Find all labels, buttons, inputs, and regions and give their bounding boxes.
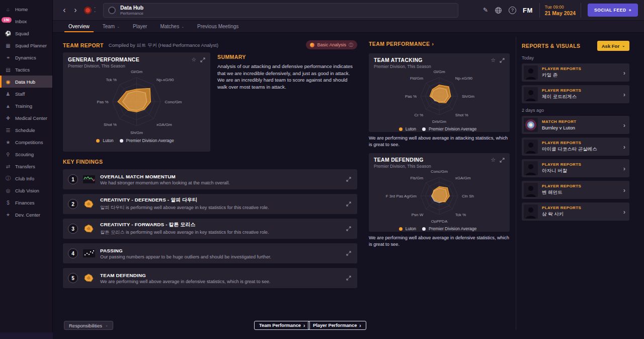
- sidebar-item-staff[interactable]: ♟Staff: [0, 88, 52, 100]
- key-finding-card[interactable]: 2CREATIVITY - DEFENDERS - 알피 다우티알피 다우티 i…: [63, 194, 357, 214]
- favorite-star-icon[interactable]: ☆: [491, 57, 496, 63]
- finding-title: CREATIVITY - DEFENDERS - 알피 다우티: [100, 197, 269, 204]
- team-performance-button[interactable]: Team Performance ›: [254, 321, 310, 330]
- tab-player[interactable]: Player: [126, 21, 153, 32]
- report-category: PLAYER REPORTS: [542, 141, 619, 145]
- team-attacking-summary: We are performing well above average in …: [369, 135, 510, 148]
- sidebar-item-dynamics[interactable]: ⚭Dynamics: [0, 51, 52, 63]
- player-report-item[interactable]: PLAYER REPORTS아자니 버찰›: [522, 159, 629, 177]
- sidebar-item-data-hub[interactable]: ◉Data Hub: [0, 76, 52, 88]
- expand-icon[interactable]: [500, 58, 505, 63]
- expand-icon[interactable]: [346, 224, 351, 233]
- player-report-item[interactable]: PLAYER REPORTS삼 락 사키›: [522, 202, 629, 221]
- svg-text:Fls/Gm: Fls/Gm: [410, 176, 423, 180]
- finding-title: PASSING: [100, 248, 271, 253]
- svg-text:Sh/Gm: Sh/Gm: [130, 130, 143, 135]
- svg-text:Cln Sh: Cln Sh: [462, 194, 474, 198]
- player-avatar: [524, 140, 538, 154]
- forward-icon[interactable]: ›: [70, 6, 81, 14]
- finding-texts: TEAM DEFENDINGWe are performing well abo…: [100, 273, 270, 284]
- sidebar-item-label: Dynamics: [15, 55, 36, 60]
- sidebar-item-home[interactable]: ⌂Home: [0, 3, 52, 15]
- expand-icon[interactable]: [500, 158, 505, 163]
- sidebar-item-club-info[interactable]: ⓘClub Info: [0, 172, 52, 184]
- key-findings-title: KEY FINDINGS: [63, 159, 357, 165]
- back-icon[interactable]: ‹: [59, 6, 70, 14]
- svg-text:Np-xG/90: Np-xG/90: [156, 78, 174, 82]
- key-finding-card[interactable]: 5TEAM DEFENDINGWe are performing well ab…: [63, 268, 357, 288]
- sidebar-item-competitions[interactable]: ★Competitions: [0, 136, 52, 148]
- help-icon[interactable]: ?: [509, 7, 516, 14]
- key-finding-card[interactable]: 4PASSINGOur passing numbers appear to be…: [63, 243, 357, 263]
- expand-icon[interactable]: [346, 249, 351, 258]
- momentum-icon: [83, 175, 95, 184]
- player-report-item[interactable]: PLAYER REPORTS제이 로드리게스›: [522, 85, 629, 103]
- sidebar-item-inbox[interactable]: ✉Inbox150: [0, 15, 52, 27]
- social-feed-button[interactable]: SOCIAL FEED »: [588, 4, 638, 17]
- sidebar-item-squad[interactable]: ⚽Squad: [0, 27, 52, 39]
- transfers-icon: ⇄: [5, 164, 12, 169]
- radar-icon: [83, 199, 95, 209]
- key-findings-list: 1OVERALL MATCH MOMENTUMWe had stronger m…: [63, 169, 357, 288]
- sidebar-item-training[interactable]: ▲Training: [0, 100, 52, 112]
- player-report-item[interactable]: PLAYER REPORTS마이클 다코스타 곤살레스›: [522, 138, 629, 156]
- expand-icon[interactable]: [346, 175, 351, 184]
- expand-icon[interactable]: [346, 274, 351, 283]
- tab-team[interactable]: Team⌄: [96, 21, 126, 32]
- player-report-item[interactable]: PLAYER REPORTS벤 해먼드›: [522, 181, 629, 199]
- responsibilities-label: Responsibilities: [69, 323, 102, 328]
- sidebar-item-label: Squad: [15, 31, 29, 36]
- svg-text:Tck %: Tck %: [106, 78, 117, 82]
- favorite-star-icon[interactable]: ☆: [491, 157, 496, 163]
- tab-previous-meetings[interactable]: Previous Meetings: [191, 21, 245, 32]
- player-performance-label: Player Performance: [313, 323, 357, 328]
- finding-description: 칼튼 모리스 is performing well above average …: [100, 229, 269, 236]
- finding-texts: PASSINGOur passing numbers appear to be …: [100, 248, 271, 259]
- responsibilities-button[interactable]: Responsibilities ⌄: [64, 321, 113, 330]
- match-report-item[interactable]: MATCH REPORTBurnley v Luton›: [522, 116, 629, 134]
- caret-down-icon: ⌄: [94, 10, 96, 13]
- basic-analysis-chip[interactable]: Basic Analysis ⓘ: [306, 40, 357, 49]
- tab-matches[interactable]: Matches⌄: [153, 21, 191, 32]
- key-finding-card[interactable]: 3CREATIVITY - FORWARDS - 칼튼 모리스칼튼 모리스 is…: [63, 219, 357, 239]
- sidebar-item-scouting[interactable]: ⚲Scouting: [0, 148, 52, 160]
- svg-text:Shot %: Shot %: [104, 122, 117, 127]
- sidebar-item-club-vision[interactable]: ◎Club Vision: [0, 184, 52, 196]
- sidebar-item-schedule[interactable]: ☰Schedule: [0, 124, 52, 136]
- expand-icon[interactable]: [200, 57, 205, 62]
- chevron-right-icon: ›: [623, 186, 625, 194]
- finding-description: 알피 다우티 is performing well above average …: [100, 205, 269, 211]
- world-icon[interactable]: [495, 7, 502, 14]
- player-avatar: [524, 205, 538, 219]
- sidebar-item-tactics[interactable]: ▤Tactics: [0, 63, 52, 76]
- club-badge[interactable]: [84, 7, 92, 14]
- sidebar-item-dev-center[interactable]: ✦Dev. Center: [0, 209, 52, 221]
- key-finding-card[interactable]: 1OVERALL MATCH MOMENTUMWe had stronger m…: [63, 169, 357, 189]
- ask-for-button[interactable]: Ask For ⌄: [597, 41, 629, 51]
- edit-icon[interactable]: ✎: [483, 7, 488, 14]
- team-performance-header[interactable]: TEAM PERFORMANCE ›: [369, 41, 510, 47]
- report-texts: PLAYER REPORTS제이 로드리게스: [542, 88, 619, 100]
- player-performance-button[interactable]: Player Performance ›: [308, 321, 366, 330]
- tab-overview[interactable]: Overview: [62, 21, 96, 32]
- favorite-star-icon[interactable]: ☆: [191, 56, 196, 63]
- sidebar-item-finances[interactable]: $Finances: [0, 196, 52, 209]
- sidebar-item-squad-planner[interactable]: ▦Squad Planner: [0, 39, 52, 51]
- svg-text:Drb/Gm: Drb/Gm: [432, 119, 446, 123]
- luton-legend-dot: [96, 139, 100, 143]
- svg-text:OpPPDA: OpPPDA: [431, 219, 448, 223]
- svg-text:Pas %: Pas %: [405, 94, 417, 99]
- player-report-item[interactable]: PLAYER REPORTS카일 존›: [522, 63, 629, 82]
- screen-title-field[interactable]: Data Hub Performance: [103, 3, 458, 18]
- screen-title: Data Hub Performance: [120, 5, 143, 16]
- svg-text:Gl/Gm: Gl/Gm: [131, 70, 142, 74]
- legend-label-luton: Luton: [406, 126, 416, 131]
- expand-icon[interactable]: [346, 199, 351, 209]
- continue-date[interactable]: Tue 09:00 21 May 2024: [539, 3, 581, 18]
- summary-title: SUMMARY: [217, 54, 357, 60]
- sidebar-item-medical-center[interactable]: ✚Medical Center: [0, 112, 52, 124]
- club-switch-carets[interactable]: ⌃ ⌄: [94, 8, 96, 13]
- reports-visuals-title: REPORTS & VISUALS: [522, 43, 580, 49]
- player-avatar: [524, 87, 538, 101]
- sidebar-item-transfers[interactable]: ⇄Transfers: [0, 160, 52, 172]
